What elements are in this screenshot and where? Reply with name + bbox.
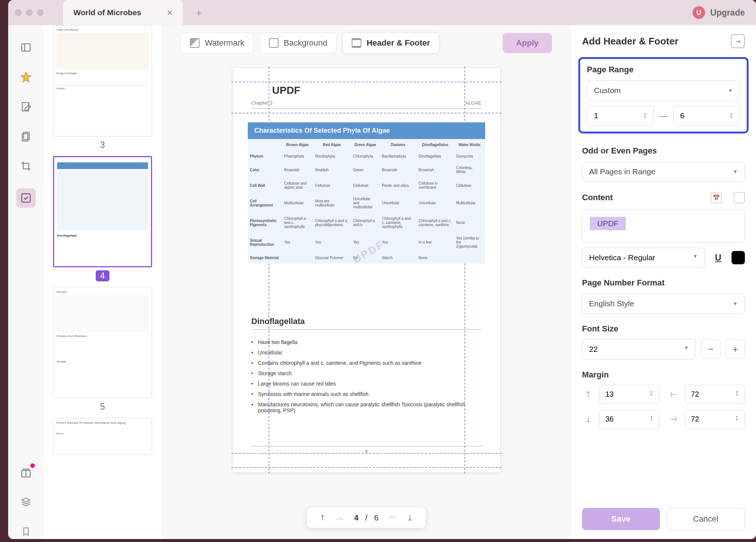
thumbnail-panel[interactable]: Yeast Life History Fungus Example Lichen… bbox=[43, 25, 162, 539]
apply-button[interactable]: Apply bbox=[503, 33, 552, 53]
thumbnail-page-6[interactable]: Prion's Disease Of Human Inheritance And… bbox=[53, 418, 152, 455]
thumbnail-page-5[interactable]: Viruses Viruses And Diseases Viroids 5 bbox=[53, 287, 152, 412]
tab-title: World of Microbes bbox=[73, 8, 141, 17]
margin-guide bbox=[231, 467, 502, 468]
page-icon[interactable] bbox=[734, 192, 745, 203]
chevron-down-icon: ▼ bbox=[693, 253, 698, 262]
odd-even-select[interactable]: All Pages in Range ▼ bbox=[582, 162, 745, 182]
spinner-icon[interactable]: ▲▼ bbox=[644, 112, 647, 119]
chevron-down-icon: ▼ bbox=[728, 87, 733, 93]
svg-rect-0 bbox=[22, 44, 30, 51]
range-to-input[interactable]: 6 ▲▼ bbox=[673, 106, 740, 126]
content-tag: UPDF bbox=[590, 217, 626, 230]
close-window[interactable] bbox=[15, 9, 22, 16]
titlebar: World of Microbes × ＋ U Upgrade bbox=[8, 0, 756, 25]
margin-top-input[interactable]: 13 ▲▼ bbox=[599, 385, 660, 404]
dino-section: Dinoflagellata Have two flagellaUnicellu… bbox=[252, 317, 481, 416]
total-pages: 6 bbox=[374, 513, 379, 523]
odd-even-label: Odd or Even Pages bbox=[582, 146, 745, 156]
calendar-icon[interactable]: 📅 bbox=[711, 192, 722, 203]
range-from-input[interactable]: 1 ▲▼ bbox=[587, 106, 654, 126]
margin-right-icon: ⊣ bbox=[668, 413, 680, 425]
edit-icon[interactable] bbox=[19, 99, 33, 114]
page-indicator: 4 / 6 bbox=[354, 513, 379, 523]
spinner-icon[interactable]: ▲▼ bbox=[730, 112, 733, 119]
gift-icon[interactable] bbox=[19, 465, 33, 480]
odd-even-section: Odd or Even Pages All Pages in Range ▼ bbox=[571, 141, 756, 187]
header-footer-icon bbox=[352, 38, 361, 48]
page-view[interactable]: UPDF Chapter 3 ALGAE Characteristics Of … bbox=[162, 61, 571, 539]
panel-title: Add Header & Footer bbox=[582, 36, 678, 47]
page-num-format-select[interactable]: English Style ▼ bbox=[582, 294, 745, 314]
tools-icon[interactable] bbox=[16, 188, 36, 208]
panel-header: Add Header & Footer ⇥ bbox=[571, 25, 756, 57]
thumbnail-page-4[interactable]: Dinoflagellata 4 bbox=[53, 156, 152, 281]
spinner-icon[interactable]: ▲▼ bbox=[650, 390, 653, 399]
minimize-window[interactable] bbox=[26, 9, 33, 16]
layers-icon[interactable] bbox=[19, 495, 33, 509]
next-page-button[interactable]: ﹀ bbox=[389, 513, 397, 523]
background-tab[interactable]: Background bbox=[260, 33, 336, 53]
page-range-mode-select[interactable]: Custom ▼ bbox=[587, 80, 740, 100]
font-size-section: Font Size 22 ▼ − + bbox=[571, 319, 756, 365]
document-tab[interactable]: World of Microbes × bbox=[63, 0, 183, 25]
traffic-lights bbox=[15, 9, 44, 16]
bookmark-icon[interactable] bbox=[19, 524, 33, 539]
range-dash: — bbox=[659, 110, 668, 121]
header-text: UPDF bbox=[272, 85, 300, 96]
margin-right-input[interactable]: 72 ▲▼ bbox=[685, 410, 745, 429]
content-section: Content 📅 UPDF Helvetica - Regular ▼ U bbox=[571, 187, 756, 273]
algae-table-wrap: Characteristics Of Selected Phyla Of Alg… bbox=[248, 122, 485, 264]
maximize-window[interactable] bbox=[37, 9, 44, 16]
increase-size-button[interactable]: + bbox=[726, 340, 745, 359]
margin-bottom-input[interactable]: 36 ▲▼ bbox=[599, 410, 660, 429]
margin-section: Margin ⊤ 13 ▲▼ ⊢ 72 bbox=[571, 365, 756, 434]
underline-button[interactable]: U bbox=[710, 249, 726, 266]
margin-label: Margin bbox=[582, 370, 745, 380]
spinner-icon[interactable]: ▲▼ bbox=[650, 415, 653, 423]
spinner-icon[interactable]: ▲▼ bbox=[735, 415, 739, 423]
close-tab-icon[interactable]: × bbox=[167, 7, 172, 18]
page-range-label: Page Range bbox=[587, 65, 740, 75]
last-page-button[interactable]: ⤓ bbox=[407, 513, 413, 522]
thumbnail-image: Viruses Viruses And Diseases Viroids bbox=[53, 287, 152, 398]
first-page-button[interactable]: ⤒ bbox=[319, 513, 326, 522]
add-tab-button[interactable]: ＋ bbox=[194, 6, 204, 19]
thumb-num: 3 bbox=[100, 140, 105, 150]
section-rule bbox=[252, 329, 481, 330]
crop-icon[interactable] bbox=[19, 159, 33, 173]
header-footer-tab[interactable]: Header & Footer bbox=[342, 33, 439, 53]
thumb-num: 5 bbox=[100, 402, 105, 412]
center-area: Watermark Background Header & Footer App… bbox=[162, 25, 571, 539]
user-avatar: U bbox=[693, 6, 705, 19]
watermark-tab[interactable]: Watermark bbox=[181, 33, 254, 53]
right-panel: Add Header & Footer ⇥ Page Range Custom … bbox=[571, 25, 756, 539]
font-size-select[interactable]: 22 ▼ bbox=[582, 339, 696, 360]
collapse-panel-icon[interactable]: ⇥ bbox=[731, 34, 745, 48]
dino-list: Have two flagellaUnicellularContains chl… bbox=[252, 337, 481, 416]
content-input[interactable]: UPDF bbox=[582, 209, 745, 242]
highlight-icon[interactable] bbox=[19, 70, 33, 85]
chevron-down-icon: ▼ bbox=[733, 169, 738, 175]
save-button[interactable]: Save bbox=[582, 508, 660, 530]
pages-icon[interactable] bbox=[19, 129, 33, 144]
margin-guide bbox=[231, 82, 502, 82]
page-num-format-label: Page Number Format bbox=[582, 278, 745, 288]
margin-guide bbox=[231, 113, 502, 113]
decrease-size-button[interactable]: − bbox=[701, 340, 720, 359]
background-icon bbox=[269, 38, 279, 48]
current-page[interactable]: 4 bbox=[354, 513, 358, 523]
cancel-button[interactable]: Cancel bbox=[667, 508, 745, 530]
spinner-icon[interactable]: ▲▼ bbox=[735, 390, 739, 399]
page-number: 4 bbox=[365, 449, 368, 454]
app-window: World of Microbes × ＋ U Upgrade Y bbox=[8, 0, 756, 539]
upgrade-area[interactable]: U Upgrade bbox=[693, 6, 745, 19]
thumbnail-page-3[interactable]: Yeast Life History Fungus Example Lichen… bbox=[53, 25, 152, 150]
color-swatch[interactable] bbox=[732, 251, 745, 264]
font-family-select[interactable]: Helvetica - Regular ▼ bbox=[582, 248, 705, 268]
margin-left-input[interactable]: 72 ▲▼ bbox=[685, 385, 745, 404]
prev-page-button[interactable]: ︿ bbox=[336, 513, 344, 523]
reader-icon[interactable] bbox=[19, 40, 33, 55]
thumb-num: 4 bbox=[96, 270, 109, 281]
thumbnail-image: Prion's Disease Of Human Inheritance And… bbox=[53, 418, 152, 455]
